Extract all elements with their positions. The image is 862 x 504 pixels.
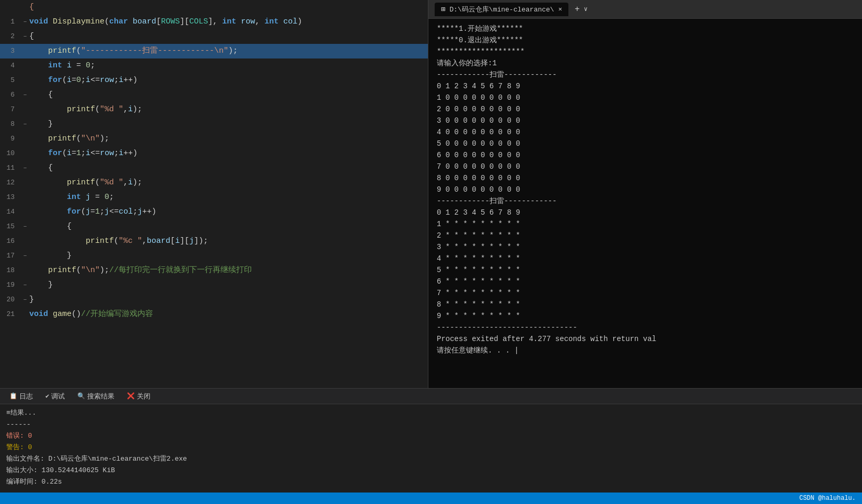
fold-gutter: − xyxy=(21,88,29,102)
code-line: { xyxy=(0,0,428,15)
line-number: 7 xyxy=(0,102,21,117)
tab-debug[interactable]: ✔ 调试 xyxy=(40,390,70,403)
code-line: 9 printf("\n"); xyxy=(0,132,428,146)
close-icon: ❌ xyxy=(127,392,135,400)
code-line: 19 − } xyxy=(0,278,428,292)
line-number: 19 xyxy=(0,278,21,292)
output-line: 输出文件名: D:\码云仓库\mine-clearance\扫雷2.exe xyxy=(6,453,856,465)
code-line: 10 for(i=1;i<=row;i++) xyxy=(0,146,428,161)
code-line: 5 for(i=0;i<=row;i++) xyxy=(0,73,428,88)
code-text: } xyxy=(29,292,426,307)
tab-close-label: 关闭 xyxy=(137,392,150,401)
code-text: for(i=0;i<=row;i++) xyxy=(29,73,426,88)
terminal-add-button[interactable]: + xyxy=(575,5,580,14)
tab-search[interactable]: 🔍 搜索结果 xyxy=(72,390,120,403)
output-error-line: 错误: 0 xyxy=(6,430,856,442)
tab-search-label: 搜索结果 xyxy=(87,392,114,401)
code-text: for(j=1;j<=col;j++) xyxy=(29,205,426,219)
code-text: { xyxy=(29,0,426,15)
terminal-title: D:\码云仓库\mine-clearance\ xyxy=(449,5,554,14)
fold-gutter: − xyxy=(21,292,29,307)
line-number: 1 xyxy=(0,15,21,29)
debug-icon: ✔ xyxy=(45,392,49,400)
line-number: 5 xyxy=(0,73,21,88)
code-line: 8 − } xyxy=(0,117,428,132)
code-editor: { 1 − void Displaymine(char board[ROWS][… xyxy=(0,0,428,388)
code-text: { xyxy=(29,88,426,102)
tab-log-label: 日志 xyxy=(19,392,33,401)
statusbar: CSDN @haluhalu. xyxy=(0,493,862,504)
line-number: 11 xyxy=(0,161,21,175)
line-number: 21 xyxy=(0,307,21,322)
code-text: printf("%d ",i); xyxy=(29,102,426,117)
code-text: printf("%d ",i); xyxy=(29,175,426,190)
line-number: 2 xyxy=(0,29,21,44)
output-line: ≡结果... xyxy=(6,407,856,419)
fold-gutter: − xyxy=(21,117,29,132)
fold-gutter: − xyxy=(21,219,29,234)
line-number: 16 xyxy=(0,234,21,249)
code-text: { xyxy=(29,219,426,234)
code-text: } xyxy=(29,117,426,132)
code-text: void game()//开始编写游戏内容 xyxy=(29,307,426,322)
code-line: 18 printf("\n");//每打印完一行就换到下一行再继续打印 xyxy=(0,263,428,278)
code-text: { xyxy=(29,161,426,175)
code-text: int j = 0; xyxy=(29,190,426,205)
code-line: 6 − { xyxy=(0,88,428,102)
terminal-dropdown-button[interactable]: ∨ xyxy=(584,5,588,13)
line-number: 8 xyxy=(0,117,21,132)
main-area: { 1 − void Displaymine(char board[ROWS][… xyxy=(0,0,862,388)
code-text: printf("\n");//每打印完一行就换到下一行再继续打印 xyxy=(29,263,426,278)
output-warn-line: 警告: 0 xyxy=(6,442,856,453)
code-text: printf("------------扫雷------------\n"); xyxy=(29,44,426,58)
line-number: 3 xyxy=(0,44,21,58)
code-line-highlighted: 3 printf("------------扫雷------------\n")… xyxy=(0,44,428,58)
output-line: 输出大小: 130.5244140625 KiB xyxy=(6,465,856,476)
code-text: printf("\n"); xyxy=(29,132,426,146)
code-text: } xyxy=(29,278,426,292)
terminal-titlebar: ⊞ D:\码云仓库\mine-clearance\ ✕ + ∨ xyxy=(428,0,862,19)
code-line: 1 − void Displaymine(char board[ROWS][CO… xyxy=(0,15,428,29)
line-number: 15 xyxy=(0,219,21,234)
tab-close[interactable]: ❌ 关闭 xyxy=(122,390,156,403)
fold-gutter: − xyxy=(21,278,29,292)
code-line: 7 printf("%d ",i); xyxy=(0,102,428,117)
code-line: 14 for(j=1;j<=col;j++) xyxy=(0,205,428,219)
code-line: 11 − { xyxy=(0,161,428,175)
code-line: 13 int j = 0; xyxy=(0,190,428,205)
line-number: 6 xyxy=(0,88,21,102)
line-number: 12 xyxy=(0,175,21,190)
line-number: 13 xyxy=(0,190,21,205)
log-icon: 📋 xyxy=(9,392,17,400)
brand-label: CSDN @haluhalu. xyxy=(799,495,856,502)
output-line: ------ xyxy=(6,419,856,430)
code-text: int i = 0; xyxy=(29,58,426,73)
line-number: 9 xyxy=(0,132,21,146)
terminal-close-button[interactable]: ✕ xyxy=(558,5,562,13)
line-number: 18 xyxy=(0,263,21,278)
code-line: 4 int i = 0; xyxy=(0,58,428,73)
code-line: 2 − { xyxy=(0,29,428,44)
terminal-content: *****1.开始游戏***********0.退出游戏************… xyxy=(428,19,862,388)
code-text: void Displaymine(char board[ROWS][COLS],… xyxy=(29,15,426,29)
fold-gutter: − xyxy=(21,29,29,44)
terminal-tab[interactable]: ⊞ D:\码云仓库\mine-clearance\ ✕ xyxy=(435,3,568,16)
tab-debug-label: 调试 xyxy=(51,392,65,401)
code-line: 15 − { xyxy=(0,219,428,234)
bottom-panel: 📋 日志 ✔ 调试 🔍 搜索结果 ❌ 关闭 ≡结果... ------ 错误: … xyxy=(0,388,862,493)
terminal-icon: ⊞ xyxy=(441,5,445,14)
code-line: 16 printf("%c ",board[i][j]); xyxy=(0,234,428,249)
code-text: } xyxy=(29,249,426,263)
terminal-panel: ⊞ D:\码云仓库\mine-clearance\ ✕ + ∨ *****1.开… xyxy=(428,0,862,388)
code-text: printf("%c ",board[i][j]); xyxy=(29,234,426,249)
tab-log[interactable]: 📋 日志 xyxy=(4,390,38,403)
fold-gutter: − xyxy=(21,249,29,263)
code-line: 20 − } xyxy=(0,292,428,307)
code-text: { xyxy=(29,29,426,44)
code-content: { 1 − void Displaymine(char board[ROWS][… xyxy=(0,0,428,388)
code-line: 12 printf("%d ",i); xyxy=(0,175,428,190)
fold-gutter: − xyxy=(21,161,29,175)
line-number: 4 xyxy=(0,58,21,73)
code-line: 21 void game()//开始编写游戏内容 xyxy=(0,307,428,322)
bottom-tabs: 📋 日志 ✔ 调试 🔍 搜索结果 ❌ 关闭 xyxy=(0,389,862,404)
